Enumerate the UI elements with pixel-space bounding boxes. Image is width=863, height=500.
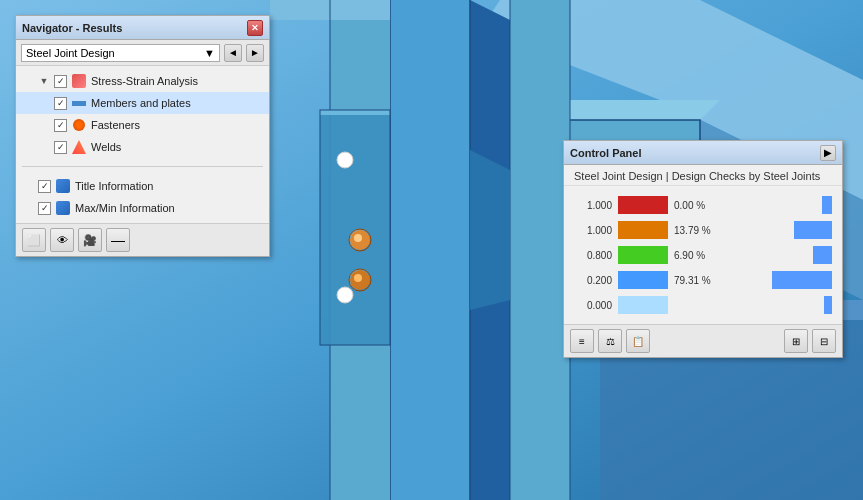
cp-export-button[interactable]: 📋 [626,329,650,353]
cp-value-3: 0.800 [574,250,612,261]
cp-pct-2: 13.79 % [674,225,788,236]
svg-marker-25 [320,110,390,345]
navigator-title: Navigator - Results [22,22,122,34]
nav-tool-eye-button[interactable]: 👁 [50,228,74,252]
checkbox-title-info[interactable] [38,180,51,193]
navigator-close-button[interactable]: ✕ [247,20,263,36]
cp-subtitle: Steel Joint Design | Design Checks by St… [564,165,842,186]
cp-row-3: 0.800 6.90 % [574,244,832,266]
checkbox-fasteners[interactable] [54,119,67,132]
nav-tool-camera-button[interactable]: 🎥 [78,228,102,252]
cp-value-2: 1.000 [574,225,612,236]
navigator-panel: Navigator - Results ✕ Steel Joint Design… [15,15,270,257]
cp-row-5: 0.000 [574,294,832,316]
cp-color-red [618,196,668,214]
cp-pct-3: 6.90 % [674,250,807,261]
stress-icon [71,73,87,89]
maxmin-icon [55,200,71,216]
svg-point-35 [354,274,362,282]
fasteners-icon [71,117,87,133]
cp-row-2: 1.000 13.79 % [574,219,832,241]
control-panel: Control Panel ▶ Steel Joint Design | Des… [563,140,843,358]
nav-separator [22,166,263,167]
nav-footer: Title Information Max/Min Information [16,171,269,223]
nav-tool-line-button[interactable]: — [106,228,130,252]
cp-bar-2 [794,221,832,239]
cp-pct-4: 79.31 % [674,275,766,286]
cp-titlebar: Control Panel ▶ [564,141,842,165]
checkbox-maxmin-info[interactable] [38,202,51,215]
tree-label-stress-strain: Stress-Strain Analysis [91,75,198,87]
cp-row-1: 1.000 0.00 % [574,194,832,216]
cp-scale-button[interactable]: ⚖ [598,329,622,353]
svg-marker-21 [510,0,570,500]
navigator-titlebar: Navigator - Results ✕ [16,16,269,40]
svg-marker-14 [390,0,470,500]
cp-footer-left: ≡ ⚖ 📋 [570,329,650,353]
cp-bar-1 [822,196,832,214]
cp-bar-3 [813,246,832,264]
cp-table-button[interactable]: ⊟ [812,329,836,353]
welds-icon [71,139,87,155]
nav-dropdown-bar: Steel Joint Design ▼ ◄ ► [16,40,269,66]
cp-row-4: 0.200 79.31 % [574,269,832,291]
svg-point-32 [354,234,362,242]
checkbox-members-plates[interactable] [54,97,67,110]
nav-dropdown[interactable]: Steel Joint Design ▼ [21,44,220,62]
svg-point-29 [337,287,353,303]
cp-title: Control Panel [570,147,642,159]
cp-footer-right: ⊞ ⊟ [784,329,836,353]
cp-pct-1: 0.00 % [674,200,816,211]
tree-label-welds: Welds [91,141,121,153]
cp-list-button[interactable]: ≡ [570,329,594,353]
tree-label-members-plates: Members and plates [91,97,191,109]
cp-value-1: 1.000 [574,200,612,211]
checkbox-stress-strain[interactable] [54,75,67,88]
tree-item-maxmin-info[interactable]: Max/Min Information [16,197,269,219]
tree-item-fasteners[interactable]: Fasteners [16,114,269,136]
tree-label-title-info: Title Information [75,180,153,192]
cp-color-orange [618,221,668,239]
cp-grid-button[interactable]: ⊞ [784,329,808,353]
svg-point-28 [337,152,353,168]
svg-marker-26 [320,110,390,115]
nav-tree: ▼ Stress-Strain Analysis Members and pla… [16,66,269,162]
cp-color-blue [618,271,668,289]
tree-item-welds[interactable]: Welds [16,136,269,158]
tree-item-title-info[interactable]: Title Information [16,175,269,197]
nav-dropdown-value: Steel Joint Design [26,47,115,59]
cp-color-green [618,246,668,264]
cp-footer: ≡ ⚖ 📋 ⊞ ⊟ [564,324,842,357]
cp-color-light-blue [618,296,668,314]
chevron-down-icon: ▼ [204,47,215,59]
cp-arrow-button[interactable]: ▶ [820,145,836,161]
cp-value-4: 0.200 [574,275,612,286]
nav-prev-button[interactable]: ◄ [224,44,242,62]
tree-item-members-plates[interactable]: Members and plates [16,92,269,114]
cp-chart-area: 1.000 0.00 % 1.000 13.79 % 0.800 6.90 % … [564,186,842,324]
members-icon [71,95,87,111]
tree-label-fasteners: Fasteners [91,119,140,131]
expand-icon: ▼ [38,75,50,87]
tree-label-maxmin-info: Max/Min Information [75,202,175,214]
nav-tool-view-button[interactable]: ⬜ [22,228,46,252]
nav-next-button[interactable]: ► [246,44,264,62]
svg-marker-24 [470,150,510,310]
cp-bar-4 [772,271,832,289]
cp-bar-5 [824,296,832,314]
tree-item-stress-strain[interactable]: ▼ Stress-Strain Analysis [16,70,269,92]
title-info-icon [55,178,71,194]
nav-bottom-toolbar: ⬜ 👁 🎥 — [16,223,269,256]
checkbox-welds[interactable] [54,141,67,154]
cp-value-5: 0.000 [574,300,612,311]
